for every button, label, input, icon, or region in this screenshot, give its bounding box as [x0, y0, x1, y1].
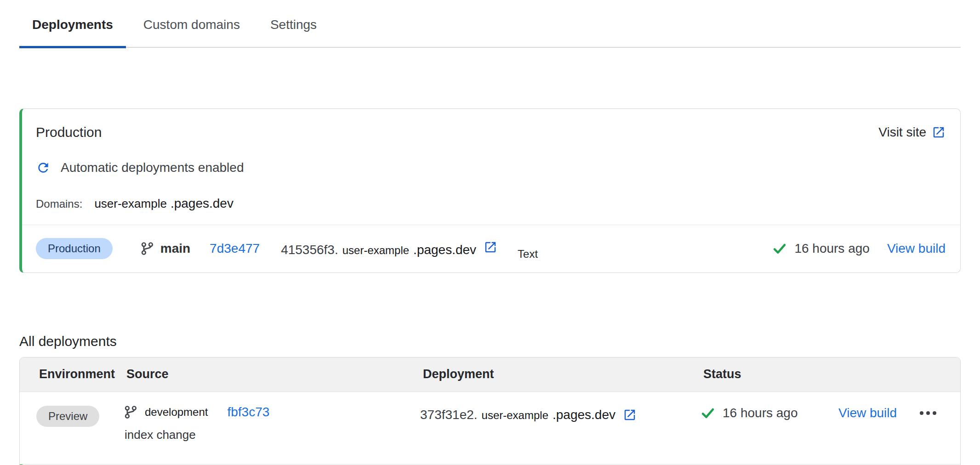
production-card: Production Visit site Automatic deployme…: [19, 108, 961, 273]
visit-site-label: Visit site: [878, 125, 926, 140]
commit-link[interactable]: 7d3e477: [210, 241, 260, 256]
column-source: Source: [126, 367, 423, 381]
deployment-url[interactable]: 415356f3. user-example .pages.dev: [281, 240, 497, 257]
auto-deployments-status: Automatic deployments enabled: [22, 140, 960, 175]
auto-deployments-text: Automatic deployments enabled: [61, 160, 244, 175]
deployment-url-prefix: 415356f3.: [281, 243, 338, 257]
domains-row: Domains: user-example .pages.dev: [22, 175, 960, 211]
git-branch-icon: [124, 405, 137, 420]
more-options-icon[interactable]: [916, 406, 940, 420]
production-deployment-row: Production main 7d3e477 415356f3. user-e…: [22, 225, 960, 272]
deployment-time: 16 hours ago: [794, 241, 869, 256]
domains-label: Domains:: [36, 198, 82, 210]
table-header: Environment Source Deployment Status: [20, 357, 960, 392]
deployment-url-suffix: .pages.dev: [413, 243, 476, 257]
deployment-url-prefix: 373f31e2.: [420, 408, 478, 422]
environment-badge-preview: Preview: [36, 406, 99, 427]
branch-name: development: [145, 406, 208, 419]
view-build-link[interactable]: View build: [838, 406, 897, 420]
deployments-table: Environment Source Deployment Status Pre…: [19, 357, 961, 465]
deployments-page: Deployments Custom domains Settings Prod…: [0, 0, 980, 465]
refresh-icon: [36, 160, 51, 175]
branch-name: main: [160, 241, 190, 256]
external-link-icon: [932, 125, 946, 139]
deployment-url-name: user-example: [482, 409, 548, 422]
tab-deployments[interactable]: Deployments: [19, 17, 126, 48]
tab-custom-domains[interactable]: Custom domains: [131, 17, 253, 48]
success-check-icon: [701, 406, 715, 420]
deployment-time: 16 hours ago: [723, 406, 798, 420]
domain-suffix: .pages.dev: [171, 196, 234, 211]
commit-link[interactable]: fbf3c73: [227, 405, 269, 420]
production-card-title: Production: [36, 125, 102, 140]
external-link-icon[interactable]: [623, 408, 637, 422]
view-build-link[interactable]: View build: [887, 241, 946, 256]
external-link-icon[interactable]: [484, 240, 497, 254]
visit-site-link[interactable]: Visit site: [878, 125, 946, 140]
success-check-icon: [772, 241, 787, 256]
table-row: Preview development fbf3c73 index change: [20, 392, 960, 465]
all-deployments-title: All deployments: [19, 334, 961, 349]
tab-bar: Deployments Custom domains Settings: [19, 0, 961, 48]
deployment-url[interactable]: 373f31e2. user-example .pages.dev: [420, 405, 701, 422]
deployment-url-suffix: .pages.dev: [553, 408, 615, 422]
domain-name: user-example: [94, 197, 167, 211]
environment-badge-production: Production: [36, 238, 113, 259]
git-branch-icon: [140, 241, 154, 256]
tab-settings[interactable]: Settings: [257, 17, 330, 48]
column-deployment: Deployment: [423, 367, 703, 381]
branch-group: main: [140, 241, 190, 256]
deployment-url-name: user-example: [342, 244, 409, 257]
column-status: Status: [703, 367, 960, 381]
commit-message: Text: [518, 248, 538, 261]
column-environment: Environment: [39, 367, 126, 381]
commit-message: index change: [125, 428, 420, 442]
deployment-status: 16 hours ago View build: [772, 241, 946, 256]
